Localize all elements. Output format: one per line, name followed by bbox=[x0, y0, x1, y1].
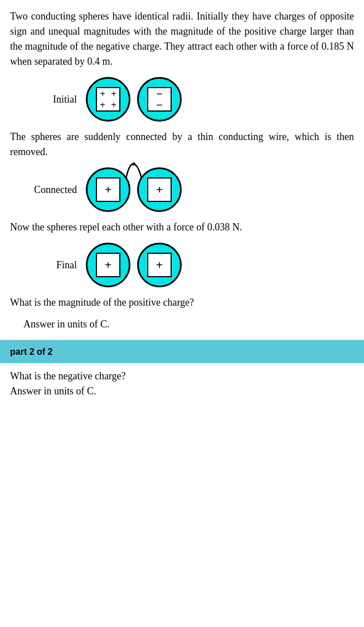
connected-sphere-left: + bbox=[86, 167, 130, 212]
charge-grid-positive: + + + + bbox=[97, 88, 119, 110]
initial-diagram-row: Initial + + + + − − bbox=[27, 77, 354, 122]
main-content: Two conducting spheres have identical ra… bbox=[0, 0, 364, 332]
initial-sphere-right-inner: − − bbox=[147, 87, 172, 112]
part2-content: What is the negative charge? Answer in u… bbox=[0, 363, 364, 408]
minus-b: − bbox=[156, 99, 162, 110]
final-diagram-row: Final + + bbox=[27, 243, 354, 287]
connected-plus-right: + bbox=[156, 184, 163, 196]
question-text: What is the magnitude of the positive ch… bbox=[10, 295, 354, 310]
connected-sphere-left-inner: + bbox=[96, 177, 120, 202]
connected-sphere-right-inner: + bbox=[147, 177, 172, 202]
connected-plus-left: + bbox=[105, 184, 112, 196]
initial-spheres: + + + + − − bbox=[86, 77, 182, 122]
final-sphere-right-inner: + bbox=[147, 253, 172, 277]
initial-sphere-left: + + + + bbox=[86, 77, 130, 122]
part-banner: part 2 of 2 bbox=[0, 340, 364, 363]
initial-label: Initial bbox=[27, 94, 77, 105]
final-sphere-right: + bbox=[137, 243, 182, 287]
wire-container bbox=[130, 167, 137, 212]
final-plus-left: + bbox=[105, 259, 112, 271]
plus-tl: + bbox=[100, 89, 105, 99]
intro-paragraph: Two conducting spheres have identical ra… bbox=[10, 9, 354, 69]
final-plus-right: + bbox=[156, 259, 163, 271]
plus-tr: + bbox=[111, 89, 117, 99]
connected-label: Connected bbox=[27, 184, 77, 196]
final-label: Final bbox=[27, 259, 77, 271]
initial-sphere-left-inner: + + + + bbox=[96, 87, 120, 112]
question-span: What is the magnitude of the positive ch… bbox=[10, 297, 194, 308]
plus-bl: + bbox=[100, 100, 105, 110]
connected-sphere-right: + bbox=[137, 167, 182, 212]
charge-grid-negative: − − bbox=[148, 88, 171, 110]
connected-diagram-row: Connected + + bbox=[27, 167, 354, 212]
part2-question: What is the negative charge? bbox=[10, 369, 354, 384]
answer-units: Answer in units of C. bbox=[23, 317, 354, 332]
connected-spheres: + + bbox=[86, 167, 182, 212]
final-paragraph: Now the spheres repel each other with a … bbox=[10, 220, 354, 235]
svg-point-0 bbox=[132, 162, 135, 166]
final-sphere-left: + bbox=[86, 243, 130, 287]
final-sphere-left-inner: + bbox=[96, 253, 120, 277]
minus-t: − bbox=[156, 88, 162, 99]
initial-sphere-right: − − bbox=[137, 77, 182, 122]
final-spheres: + + bbox=[86, 243, 182, 287]
plus-br: + bbox=[111, 100, 117, 110]
part-banner-text: part 2 of 2 bbox=[10, 347, 52, 356]
connected-paragraph: The spheres are suddenly connected by a … bbox=[10, 129, 354, 160]
part2-answer-units: Answer in units of C. bbox=[10, 384, 354, 399]
